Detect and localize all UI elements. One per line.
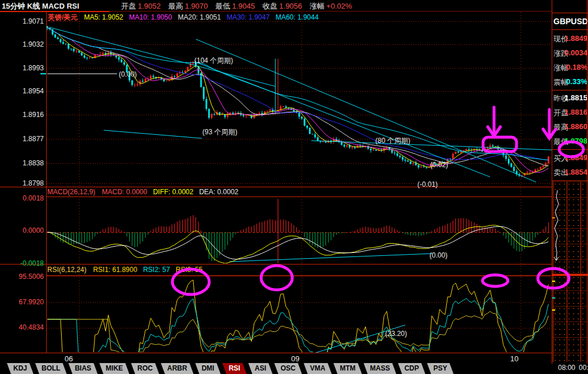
macd-params-label: MACD(26,12,9)	[47, 188, 95, 196]
tab-osc[interactable]: OSC	[274, 363, 302, 374]
ohlc-field-value: 1.9045	[232, 2, 255, 10]
sidebar-left-border	[552, 0, 552, 364]
tab-boll[interactable]: BOLL	[35, 363, 67, 374]
chart-left-border	[46, 12, 47, 353]
ma-legend-item: MA5: 1.9052	[84, 13, 123, 21]
x-axis-label: 09	[291, 354, 299, 363]
ohlc-field-label: 最高	[168, 2, 183, 10]
trading-app-window: 15分钟 K线 MACD RSI 开盘1.9052最高1.9070最低1.904…	[0, 0, 588, 374]
mini-chart-line	[552, 0, 588, 374]
annotation-zero-main: (0.00)	[119, 70, 137, 78]
x-axis-label: 10	[510, 354, 518, 363]
ohlc-field-label: 最低	[216, 2, 231, 10]
macd-lines-layer	[47, 225, 548, 263]
y-axis-label-macd: 0.0000	[0, 226, 44, 235]
tab-mike[interactable]: MIKE	[99, 363, 129, 374]
tab-mass[interactable]: MASS	[364, 363, 397, 374]
symbol-label: 英镑/美元	[48, 13, 77, 21]
macd-legend-item: DEA: 0.0002	[199, 188, 238, 196]
y-axis-label-rsi: 95.5006	[0, 273, 44, 281]
tab-psy[interactable]: PSY	[427, 363, 454, 374]
ohlc-field-value: 1.9056	[279, 2, 302, 10]
annotation-001: (-0.01)	[417, 180, 438, 188]
y-axis-label-price: 1.8993	[0, 64, 44, 72]
ohlc-readout: 开盘1.9052最高1.9070最低1.9045收盘1.9056涨幅+0.02%	[121, 1, 352, 12]
y-axis-label-price: 1.8877	[0, 135, 44, 143]
y-axis-label-price: 1.8838	[0, 159, 44, 167]
tab-asi[interactable]: ASI	[248, 363, 273, 374]
tab-mtm[interactable]: MTM	[333, 363, 361, 374]
indicator-tab-bar: KDJBOLLBIASMIKEROCARBRDMIRSIASIOSCVMAMTM…	[0, 363, 558, 374]
ohlc-field-label: 涨幅	[310, 2, 325, 10]
ohlc-field-value: 1.9052	[138, 2, 161, 10]
chart-title: 15分钟 K线 MACD RSI	[2, 1, 79, 12]
macd-legend-item: MACD: 0.0000	[102, 188, 148, 196]
rsi-legend-item: RSI3: 55	[176, 266, 203, 274]
macd-label-bottom-border	[46, 197, 552, 197]
ma-lines-layer	[47, 28, 548, 174]
annotation-002: (0.02)	[430, 161, 448, 169]
annotation-2320-rsi: (23.20)	[385, 330, 407, 338]
ma-legend-row: 英镑/美元 MA5: 1.9052MA10: 1.9050MA20: 1.905…	[48, 13, 325, 22]
annotation-93-periods: (93 个周期)	[202, 127, 238, 137]
tab-arbr[interactable]: ARBR	[161, 363, 194, 374]
y-axis-label-macd: 0.0018	[0, 194, 44, 202]
rsi-panel-top-border	[0, 264, 552, 265]
rsi-legend-item: RSI2: 57	[143, 266, 170, 274]
tab-kdj[interactable]: KDJ	[7, 363, 33, 374]
ma-legend-item: MA20: 1.9051	[178, 13, 221, 21]
ma-legend-item: MA10: 1.9050	[129, 13, 172, 21]
y-axis-label-macd: -0.0018	[0, 259, 44, 267]
sidebar-right-border	[587, 0, 587, 364]
top-status-bar: 15分钟 K线 MACD RSI 开盘1.9052最高1.9070最低1.904…	[0, 0, 588, 11]
ma-legend-item: MA60: 1.9044	[276, 13, 319, 21]
tab-cdp[interactable]: CDP	[398, 363, 425, 374]
ohlc-field-label: 收盘	[262, 2, 277, 10]
tab-dmi[interactable]: DMI	[195, 363, 221, 374]
rsi-params-label: RSI(6,12,24)	[47, 266, 86, 274]
rsi-legend-item: RSI1: 61.8900	[93, 266, 137, 274]
ohlc-field-4: 涨幅+0.02%	[310, 1, 352, 12]
y-axis-label-price: 1.9032	[0, 40, 44, 48]
y-axis-label-price: 1.8954	[0, 87, 44, 95]
ohlc-field-1: 最高1.9070	[168, 1, 208, 12]
tab-roc[interactable]: ROC	[131, 363, 159, 374]
tab-rsi[interactable]: RSI	[223, 363, 247, 374]
y-axis-label-price: 1.8798	[0, 179, 44, 187]
y-axis-label-rsi: 67.9920	[0, 298, 44, 306]
macd-legend-item: DIFF: 0.0002	[153, 188, 193, 196]
ma-legend-item: MA30: 1.9047	[227, 13, 270, 21]
ohlc-field-value: +0.02%	[326, 2, 352, 10]
ohlc-field-label: 开盘	[121, 2, 136, 10]
ohlc-field-0: 开盘1.9052	[121, 1, 161, 12]
annotation-zero-macd: (0.00)	[429, 251, 447, 259]
rsi-panel-bottom-border	[0, 353, 552, 353]
y-axis-label-price: 1.9071	[0, 17, 44, 25]
ohlc-field-3: 收盘1.9056	[262, 1, 302, 12]
y-axis-label-price: 1.8916	[0, 111, 44, 119]
annotation-80-periods: (80 个周期)	[375, 136, 410, 146]
x-axis-label: 06	[65, 354, 73, 363]
tab-vma[interactable]: VMA	[304, 363, 332, 374]
macd-legend-row: MACD(26,12,9) MACD: 0.0000DIFF: 0.0002DE…	[47, 188, 244, 196]
quote-sidebar: 英镑/美元 GBPUSD 现价1.8849涨跌0.0034涨幅0.18%震幅0.…	[552, 0, 588, 374]
ohlc-field-2: 最低1.9045	[216, 1, 255, 12]
y-axis-label-rsi: 40.4834	[0, 323, 44, 331]
macd-panel-top-border	[0, 187, 552, 187]
annotation-104-periods: (104 个周期)	[194, 56, 233, 66]
tab-bias[interactable]: BIAS	[69, 363, 98, 374]
ohlc-field-value: 1.9070	[185, 2, 208, 10]
rsi-legend-row: RSI(6,12,24) RSI1: 61.8900RSI2: 57RSI3: …	[47, 266, 209, 274]
macd-histogram-layer	[47, 199, 548, 263]
